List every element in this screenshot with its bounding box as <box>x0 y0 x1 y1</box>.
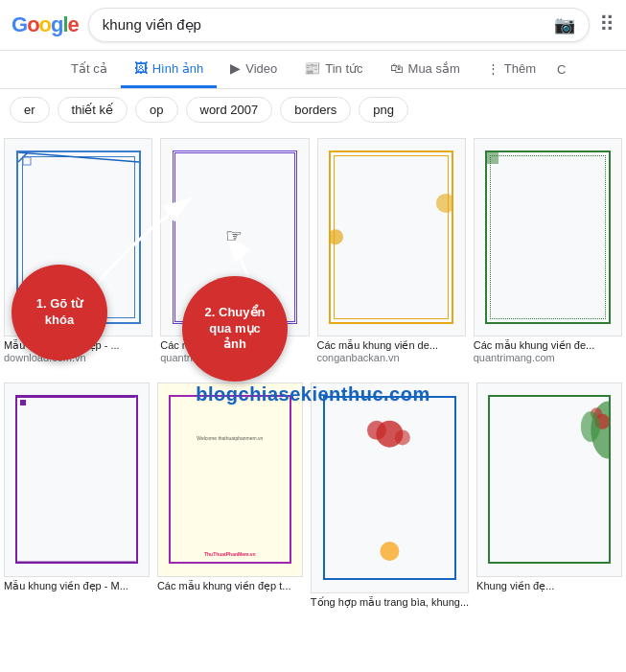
tab-video[interactable]: ▶ Video <box>217 51 290 88</box>
image-thumb-7[interactable] <box>311 382 469 593</box>
tab-news[interactable]: 📰 Tin tức <box>290 51 376 88</box>
news-icon: 📰 <box>304 60 320 76</box>
chip-png[interactable]: png <box>359 97 408 123</box>
tab-shopping[interactable]: 🛍 Mua sắm <box>377 51 474 88</box>
image-thumb-5[interactable] <box>4 382 150 577</box>
frame-purple-5 <box>15 395 137 564</box>
camera-icon[interactable]: 📷 <box>554 14 575 35</box>
filter-chips: er thiết kế op word 2007 borders png <box>0 89 626 130</box>
frame-svg-8 <box>490 397 608 562</box>
cursor-hand: ☞ <box>225 224 243 247</box>
image-cell-6[interactable]: Welcome thathuatphanmem.vn ThuThuatPhanM… <box>153 379 307 613</box>
annotation-text-2: 2. Chuyển qua mục ảnh <box>205 305 266 354</box>
annotation-bubble-2: 2. Chuyển qua mục ảnh <box>182 276 288 382</box>
image-caption-7: Tổng hợp mẫu trang bìa, khung... <box>311 596 469 609</box>
image-cell-4[interactable]: Các mẫu khung viền đe... quantrimang.com <box>470 134 626 367</box>
frame-svg-5 <box>17 397 135 562</box>
image-source-3: conganbackan.vn <box>317 352 466 363</box>
annotation-bubble-1: 1. Gõ từ khóa <box>12 265 107 360</box>
frame-svg-4 <box>487 152 608 321</box>
nav-tabs: Tất cả 🖼 Hình ảnh ▶ Video 📰 Tin tức 🛍 Mu… <box>0 51 626 89</box>
frame-source-text-6: ThuThuatPhanMem.vn <box>171 551 289 557</box>
image-caption-6: Các mẫu khung viền đẹp t... <box>157 580 303 592</box>
image-grid-row2: Mẫu khung viền đẹp - M... Welcome thathu… <box>0 375 626 616</box>
tab-all[interactable]: Tất cả <box>58 52 121 88</box>
svg-point-6 <box>331 229 343 244</box>
image-cell-5[interactable]: Mẫu khung viền đẹp - M... <box>0 379 153 613</box>
svg-point-20 <box>581 411 600 442</box>
shopping-icon: 🛍 <box>390 60 404 76</box>
image-thumb-3[interactable] <box>317 138 466 336</box>
frame-decorated-6: Welcome thathuatphanmem.vn ThuThuatPhanM… <box>169 395 290 564</box>
tab-video-label: Video <box>245 61 277 76</box>
svg-point-14 <box>367 421 386 440</box>
google-logo: Google <box>12 12 79 37</box>
chip-op[interactable]: op <box>135 97 177 123</box>
frame-flower-8 <box>488 395 610 564</box>
frame-inner-text-6: Welcome thathuatphanmem.vn <box>182 433 277 443</box>
frame-svg-7 <box>325 398 454 578</box>
chip-word2007[interactable]: word 2007 <box>186 97 273 123</box>
image-thumb-4[interactable] <box>474 138 622 336</box>
svg-marker-8 <box>487 152 498 164</box>
svg-point-16 <box>380 542 399 561</box>
image-cell-8[interactable]: Khung viền đẹ... <box>473 379 626 613</box>
image-caption-5: Mẫu khung viền đẹp - M... <box>4 580 150 592</box>
tab-shopping-label: Mua sắm <box>408 61 460 76</box>
svg-line-3 <box>18 152 139 162</box>
svg-point-15 <box>395 430 410 446</box>
frame-gold-3 <box>329 151 453 323</box>
tab-images-label: Hình ảnh <box>152 61 204 76</box>
tab-news-label: Tin tức <box>325 61 362 76</box>
image-cell-7[interactable]: Tổng hợp mẫu trang bìa, khung... <box>307 379 473 613</box>
image-cell-3[interactable]: Các mẫu khung viền de... conganbackan.vn <box>313 134 470 367</box>
frame-simple-7 <box>323 396 456 580</box>
images-section: Mẫu khung viền đẹp - ... download.com.vn… <box>0 130 626 616</box>
annotation-text-1: 1. Gõ từ khóa <box>36 296 82 329</box>
tab-all-label: Tất cả <box>71 61 107 76</box>
header: Google 📷 ⠿ <box>0 0 626 51</box>
image-thumb-8[interactable] <box>476 382 622 577</box>
chip-borders[interactable]: borders <box>280 97 351 123</box>
image-thumb-6[interactable]: Welcome thathuatphanmem.vn ThuThuatPhanM… <box>157 382 303 577</box>
frame-green-4 <box>485 151 610 323</box>
frame-svg-3 <box>331 152 452 321</box>
search-input[interactable] <box>103 17 546 34</box>
tab-more-label: Thêm <box>504 61 536 76</box>
nav-extra-label[interactable]: C <box>549 53 573 86</box>
tab-more[interactable]: ⋮ Thêm <box>474 52 549 88</box>
chip-er[interactable]: er <box>10 97 50 123</box>
watermark: blogchiasekienthuc.com <box>0 383 626 406</box>
chip-thietke[interactable]: thiết kế <box>58 97 128 123</box>
svg-rect-4 <box>23 157 31 165</box>
tab-images[interactable]: 🖼 Hình ảnh <box>121 51 218 88</box>
images-icon: 🖼 <box>134 60 148 76</box>
video-icon: ▶ <box>230 60 241 76</box>
grid-icon[interactable]: ⠿ <box>599 12 614 37</box>
search-bar[interactable]: 📷 <box>88 8 590 42</box>
image-source-4: quantrimang.com <box>474 352 622 363</box>
image-caption-4: Các mẫu khung viền đe... <box>474 339 622 352</box>
more-icon: ⋮ <box>487 61 499 76</box>
image-caption-3: Các mẫu khung viền de... <box>317 339 466 352</box>
svg-point-7 <box>436 194 452 213</box>
image-caption-8: Khung viền đẹ... <box>476 580 622 592</box>
